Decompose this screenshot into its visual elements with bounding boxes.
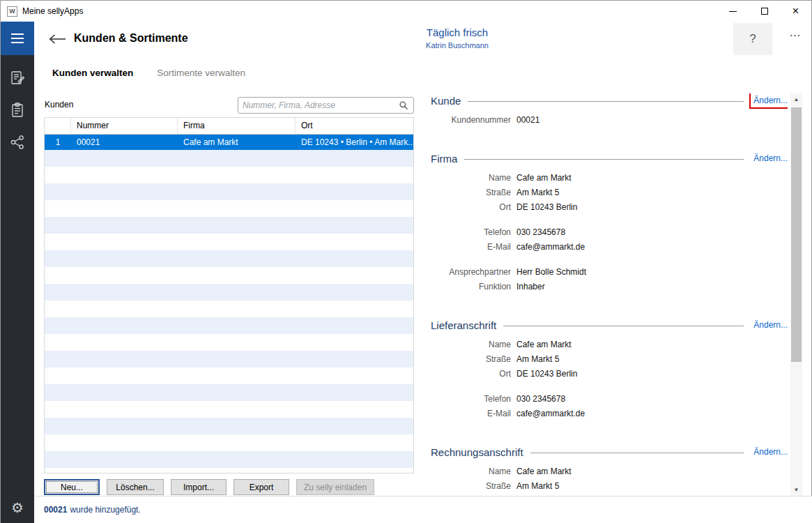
window-controls: × <box>717 1 811 22</box>
maximize-button[interactable] <box>749 1 780 22</box>
minimize-button[interactable] <box>717 1 749 22</box>
sidebar-item-customers[interactable] <box>1 62 34 94</box>
detail-label: Ort <box>431 367 516 381</box>
sidebar-item-network[interactable] <box>1 126 34 158</box>
detail-row: Straße Am Markt 5 <box>431 185 788 200</box>
edit-document-icon <box>9 70 26 86</box>
detail-label: Kundennummer <box>431 113 516 128</box>
neu-button[interactable]: Neu... <box>44 479 100 495</box>
detail-label: Name <box>431 171 516 185</box>
close-icon: × <box>792 6 799 17</box>
detail-row: Straße Am Markt 5 <box>431 352 788 367</box>
page-header: Kunden & Sortimente Täglich frisch Katri… <box>34 22 811 62</box>
detail-label: E-Mail <box>431 240 516 255</box>
section-firma: Firma Ändern... Name Cafe am Markt Straß… <box>431 151 788 294</box>
export-button[interactable]: Export <box>233 479 289 495</box>
tab-sortimente-verwalten[interactable]: Sortimente verwalten <box>157 68 245 78</box>
column-header-nummer[interactable]: Nummer <box>71 118 178 134</box>
customer-actions: Neu... Löschen... Import... Export Zu se… <box>44 479 374 495</box>
sidebar-item-lists[interactable] <box>1 94 34 126</box>
detail-row: Telefon 030 2345678 <box>431 225 788 240</box>
row-ort: DE 10243 • Berlin • Am Mark... <box>296 137 413 147</box>
details-scrollbar[interactable]: ▲ ▼ <box>790 93 802 496</box>
detail-row: E-Mail cafe@ammarkt.de <box>431 407 788 421</box>
scroll-up-icon[interactable]: ▲ <box>790 93 802 105</box>
section-title-firma: Firma <box>431 153 457 165</box>
detail-row: Ort DE 10243 Berlin <box>431 200 788 215</box>
scroll-down-icon[interactable]: ▼ <box>790 484 802 496</box>
section-title-rechnungsanschrift: Rechnungsanschrift <box>431 446 523 458</box>
detail-value: Herr Bolle Schmidt <box>516 265 586 280</box>
ellipsis-icon: … <box>789 26 802 39</box>
close-button[interactable]: × <box>780 1 811 22</box>
section-title-lieferanschrift: Lieferanschrift <box>431 319 496 331</box>
customer-table: Nummer Firma Ort 1 00021 Cafe am Markt D… <box>44 117 414 473</box>
help-button[interactable]: ? <box>733 23 772 55</box>
detail-value: Cafe am Markt <box>516 171 572 185</box>
section-kunde: Kunde Ändern... Kundennummer 00021 <box>431 93 788 128</box>
detail-value: Inhaber <box>516 280 545 294</box>
maximize-icon <box>761 8 768 15</box>
detail-row: Ansprechpartner Herr Bolle Schmidt <box>431 265 788 280</box>
back-arrow-icon <box>48 33 68 45</box>
detail-value: 00021 <box>516 113 539 128</box>
section-divider <box>464 159 744 160</box>
customer-table-header: Nummer Firma Ort <box>45 118 413 135</box>
detail-row: E-Mail cafe@ammarkt.de <box>431 240 788 255</box>
tab-kunden-verwalten[interactable]: Kunden verwalten <box>52 68 133 78</box>
column-header-ort[interactable]: Ort <box>296 118 413 134</box>
loeschen-button[interactable]: Löschen... <box>107 479 164 495</box>
detail-row: Name Cafe am Markt <box>431 338 788 352</box>
detail-value: 030 2345678 <box>516 225 565 240</box>
column-header-index <box>45 118 71 134</box>
scrollbar-thumb[interactable] <box>791 107 802 362</box>
table-row-selected[interactable]: 1 00021 Cafe am Markt DE 10243 • Berlin … <box>45 135 413 150</box>
company-name: Täglich frisch <box>353 26 562 38</box>
detail-value: Am Markt 5 <box>516 185 559 200</box>
aendern-link-kunde[interactable]: Ändern... <box>753 96 788 105</box>
menu-button[interactable] <box>1 22 34 55</box>
more-button[interactable]: … <box>789 26 802 40</box>
row-firma: Cafe am Markt <box>178 137 296 147</box>
menu-icon <box>11 33 24 35</box>
account-info: Täglich frisch Katrin Buschmann <box>353 26 562 50</box>
column-header-firma[interactable]: Firma <box>178 118 296 134</box>
search-input[interactable] <box>238 100 399 110</box>
aendern-link-lieferanschrift[interactable]: Ändern... <box>753 320 788 330</box>
import-button[interactable]: Import... <box>171 479 227 495</box>
gear-icon: ⚙ <box>11 499 24 516</box>
app-icon: W <box>7 6 17 17</box>
detail-label: Ort <box>431 200 516 215</box>
titlebar: W Meine sellyApps × <box>1 1 811 22</box>
detail-label: Straße <box>431 185 516 200</box>
detail-value: Cafe am Markt <box>516 464 572 479</box>
user-name: Katrin Buschmann <box>353 41 562 50</box>
detail-label: Ansprechpartner <box>431 265 516 280</box>
zu-selly-einladen-button: Zu selly einladen <box>296 479 374 495</box>
network-icon <box>9 134 26 151</box>
sidebar: ⚙ <box>1 22 34 523</box>
detail-value: Am Markt 5 <box>516 479 559 494</box>
detail-value: Cafe am Markt <box>516 338 572 352</box>
help-icon: ? <box>749 32 756 46</box>
customer-details: Kunde Ändern... Kundennummer 00021 Firma… <box>431 93 788 496</box>
aendern-link-rechnungsanschrift[interactable]: Ändern... <box>753 447 788 457</box>
clipboard-icon <box>9 102 26 119</box>
customers-panel-label: Kunden <box>45 100 73 109</box>
row-index: 1 <box>45 137 71 147</box>
page-title: Kunden & Sortimente <box>74 32 188 45</box>
detail-row: Name Cafe am Markt <box>431 464 788 479</box>
detail-value: DE 10243 Berlin <box>516 367 577 381</box>
aendern-link-firma[interactable]: Ändern... <box>753 153 788 163</box>
detail-value: cafe@ammarkt.de <box>516 240 585 255</box>
detail-label: E-Mail <box>431 407 516 421</box>
customer-table-empty-rows <box>45 150 413 473</box>
app-window: W Meine sellyApps × <box>0 0 812 523</box>
tabbar: Kunden verwalten Sortimente verwalten <box>34 63 811 82</box>
detail-row: Funktion Inhaber <box>431 280 788 294</box>
back-button[interactable] <box>48 32 69 46</box>
search-icon <box>399 101 408 110</box>
statusbar: 00021 wurde hinzugefügt. <box>34 496 812 523</box>
settings-button[interactable]: ⚙ <box>1 496 34 520</box>
detail-label: Telefon <box>431 225 516 240</box>
